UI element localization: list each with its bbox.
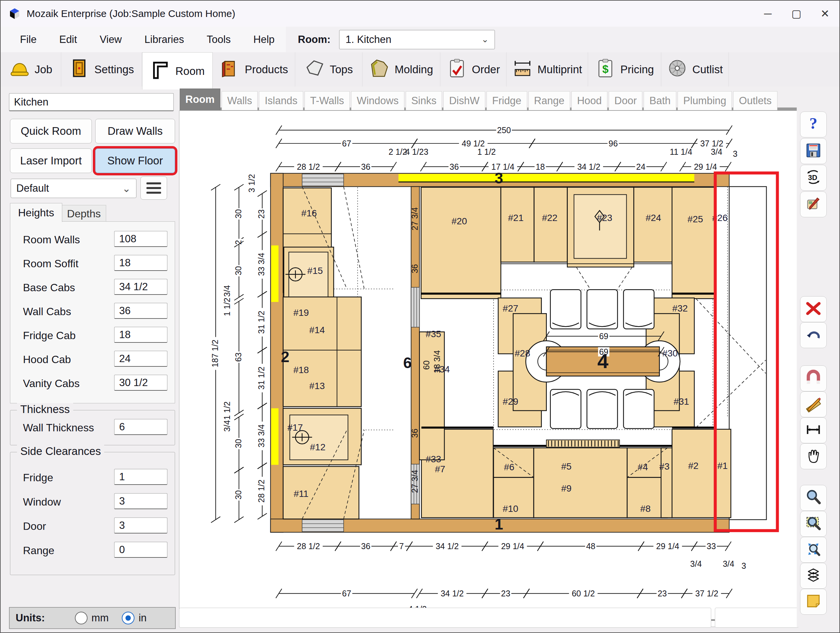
svg-text:23: 23: [658, 589, 667, 598]
svg-text:#28: #28: [515, 348, 531, 358]
field-input-range[interactable]: 0: [114, 542, 167, 558]
field-input-window[interactable]: 3: [114, 493, 167, 509]
toolbar-button-pricing[interactable]: $Pricing: [588, 52, 661, 87]
toolbar-button-label: Job: [35, 63, 52, 76]
toolbar-button-order[interactable]: Order: [440, 52, 507, 87]
close-button[interactable]: ✕: [811, 1, 839, 27]
draw-walls-button[interactable]: Draw Walls: [95, 119, 175, 144]
layers-button[interactable]: [800, 563, 827, 589]
help-button[interactable]: ?: [800, 112, 827, 137]
floorplan-canvas[interactable]: 2506749 1/29637 1/228 1/2363617 1/41834 …: [179, 110, 798, 627]
room-name-input[interactable]: Kitchen: [9, 93, 174, 111]
dimension-button[interactable]: [800, 417, 827, 443]
toolbar-button-cutlist[interactable]: Cutlist: [661, 52, 729, 87]
tab-depths[interactable]: Depths: [62, 205, 106, 222]
field-input-fridge[interactable]: 1: [114, 469, 167, 485]
menu-item-view[interactable]: View: [88, 27, 133, 52]
zoom-region-button[interactable]: [800, 511, 827, 537]
preset-menu-button[interactable]: [141, 177, 167, 200]
field-input-room-walls[interactable]: 108: [114, 231, 167, 247]
field-input-base-cabs[interactable]: 34 1/2: [114, 279, 167, 295]
toolbar-button-room[interactable]: Room: [142, 52, 213, 90]
tab-sinks[interactable]: Sinks: [406, 91, 442, 110]
field-input-room-soffit[interactable]: 18: [114, 255, 167, 271]
undo-icon: [805, 326, 822, 344]
field-input-door[interactable]: 3: [114, 518, 167, 534]
save-button[interactable]: [800, 138, 827, 164]
preset-dropdown[interactable]: Default ⌄: [11, 179, 136, 198]
floorplan-drawing: 2506749 1/29637 1/228 1/2363617 1/41834 …: [179, 111, 798, 627]
menu-item-libraries[interactable]: Libraries: [133, 27, 195, 52]
tab-islands[interactable]: Islands: [259, 91, 303, 110]
svg-text:3: 3: [742, 561, 746, 570]
magnet-button[interactable]: [800, 365, 827, 391]
field-label: Hood Cab: [23, 354, 71, 366]
field-input-hood-cab[interactable]: 24: [114, 351, 167, 367]
svg-text:4 1/2: 4 1/2: [405, 147, 424, 156]
svg-text:3/4: 3/4: [711, 147, 723, 156]
laser-import-button[interactable]: Laser Import: [10, 148, 92, 173]
field-input-wall-cabs[interactable]: 36: [114, 303, 167, 319]
settings-icon: [69, 58, 90, 81]
tab-windows[interactable]: Windows: [351, 91, 404, 110]
tab-walls[interactable]: Walls: [222, 91, 258, 110]
tab-hood[interactable]: Hood: [572, 91, 607, 110]
tab-outlets[interactable]: Outlets: [733, 91, 777, 110]
tab-heights[interactable]: Heights: [10, 203, 62, 222]
view3d-button[interactable]: 3D: [800, 165, 827, 191]
tab-fridge[interactable]: Fridge: [486, 91, 527, 110]
tab-t-walls[interactable]: T-Walls: [305, 91, 350, 110]
tab-bath[interactable]: Bath: [644, 91, 676, 110]
toolbar-button-tops[interactable]: Tops: [295, 52, 362, 87]
menu-item-edit[interactable]: Edit: [48, 27, 88, 52]
maximize-button[interactable]: ▢: [782, 1, 811, 27]
svg-text:29 1/4: 29 1/4: [656, 541, 679, 551]
sidebar: Kitchen Quick Room Draw Walls Laser Impo…: [1, 87, 179, 606]
minimize-button[interactable]: ─: [753, 1, 782, 27]
svg-text:3D: 3D: [808, 174, 817, 182]
menu-item-file[interactable]: File: [9, 27, 48, 52]
toolbar-button-settings[interactable]: Settings: [61, 52, 142, 87]
field-label: Wall Cabs: [23, 306, 71, 318]
tab-room[interactable]: Room: [180, 88, 220, 110]
render-button[interactable]: [800, 191, 827, 217]
measure-button[interactable]: [800, 391, 827, 417]
field-input-wall-thickness[interactable]: 6: [114, 419, 167, 435]
room-icon: [150, 60, 171, 83]
tab-plumbing[interactable]: Plumbing: [677, 91, 732, 110]
magnet-icon: [805, 369, 822, 388]
pan-button[interactable]: [800, 443, 827, 469]
quick-room-button[interactable]: Quick Room: [10, 119, 92, 144]
field-input-vanity-cabs[interactable]: 30 1/2: [114, 375, 167, 391]
window-controls: ─ ▢ ✕: [753, 1, 839, 27]
toolbar-button-label: Order: [472, 63, 500, 76]
svg-text:#32: #32: [672, 303, 688, 314]
toolbar-button-molding[interactable]: Molding: [362, 52, 440, 87]
main-toolbar: JobSettingsRoomProductsTopsMoldingOrderM…: [1, 52, 839, 87]
zoom-extents-button[interactable]: [800, 537, 827, 563]
menu-item-help[interactable]: Help: [242, 27, 286, 52]
units-radio-in[interactable]: in: [122, 612, 147, 624]
svg-text:#31: #31: [674, 396, 689, 407]
tab-dishw[interactable]: DishW: [443, 91, 485, 110]
window-title: Mozaik Enterprise (Job:Sample Custom Hom…: [27, 8, 235, 19]
menu-item-tools[interactable]: Tools: [195, 27, 242, 52]
note-button[interactable]: [800, 589, 827, 615]
tab-range[interactable]: Range: [529, 91, 570, 110]
show-floor-button[interactable]: Show Floor: [95, 148, 175, 173]
tab-door[interactable]: Door: [609, 91, 642, 110]
units-radio-mm[interactable]: mm: [75, 612, 109, 624]
app-logo-icon: [8, 7, 21, 20]
dimension-icon: [805, 421, 822, 440]
field-input-fridge-cab[interactable]: 18: [114, 327, 167, 343]
toolbar-button-multiprint[interactable]: Multiprint: [507, 52, 588, 87]
delete-button[interactable]: [800, 296, 827, 322]
svg-text:#3: #3: [659, 461, 669, 472]
room-dropdown[interactable]: 1. Kitchen ⌄: [339, 30, 495, 49]
toolbar-button-job[interactable]: Job: [1, 52, 61, 87]
svg-text:#14: #14: [309, 325, 325, 335]
undo-button[interactable]: [800, 322, 827, 348]
toolbar-button-products[interactable]: Products: [213, 52, 295, 87]
zoom-button[interactable]: [800, 485, 827, 511]
svg-text:#35: #35: [426, 329, 441, 339]
